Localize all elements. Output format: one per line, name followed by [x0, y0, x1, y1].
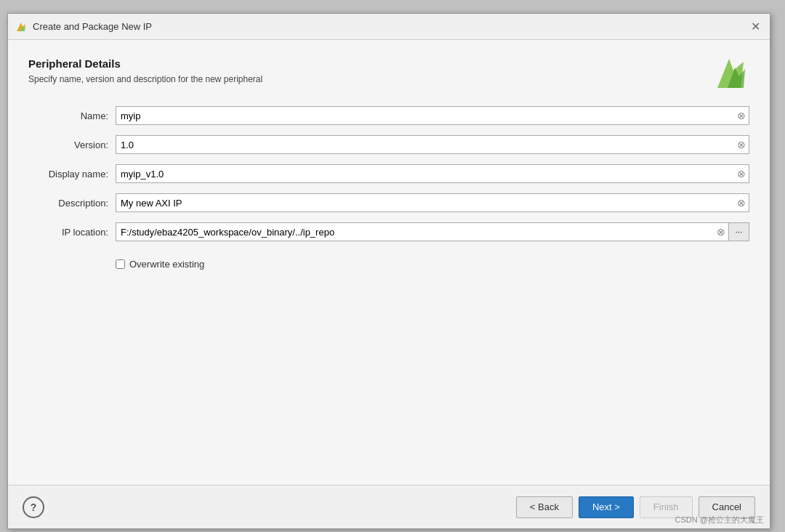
form-area: Name: ⊗ Version: ⊗ Display name: ⊗ Descr…	[28, 106, 749, 270]
close-button[interactable]: ✕	[748, 20, 762, 34]
back-button[interactable]: < Back	[516, 496, 573, 518]
version-input[interactable]	[116, 136, 734, 153]
description-input-wrapper: ⊗	[116, 193, 749, 212]
watermark-text: CSDN @抢公主的大魔王	[675, 515, 764, 525]
overwrite-checkbox[interactable]	[116, 259, 125, 269]
dialog-title: Create and Package New IP	[33, 21, 152, 32]
version-input-wrapper: ⊗	[116, 135, 749, 154]
ip-location-browse-button[interactable]: ···	[728, 223, 749, 241]
name-input[interactable]	[116, 107, 734, 124]
help-button[interactable]: ?	[23, 496, 44, 518]
title-bar-left: Create and Package New IP	[15, 21, 152, 33]
display-name-label: Display name:	[28, 169, 108, 180]
display-name-input-wrapper: ⊗	[116, 164, 749, 183]
overwrite-label[interactable]: Overwrite existing	[129, 259, 204, 270]
name-input-wrapper: ⊗	[116, 106, 749, 125]
ip-location-label: IP location:	[28, 227, 108, 238]
ip-location-input[interactable]	[116, 223, 714, 241]
ip-location-input-wrapper: ⊗ ···	[116, 222, 749, 241]
dialog-window: Create and Package New IP ✕ Peripheral D…	[7, 13, 770, 529]
footer-left: ?	[23, 496, 44, 518]
name-label: Name:	[28, 110, 108, 121]
section-title: Peripheral Details	[28, 57, 749, 70]
dialog-body: Peripheral Details Specify name, version…	[8, 40, 770, 485]
version-label: Version:	[28, 140, 108, 150]
name-clear-button[interactable]: ⊗	[734, 108, 749, 123]
section-subtitle: Specify name, version and description fo…	[28, 74, 749, 84]
ip-location-clear-button[interactable]: ⊗	[714, 225, 728, 239]
dialog-footer: ? < Back Next > Finish Cancel	[8, 485, 770, 528]
next-button[interactable]: Next >	[579, 496, 634, 518]
display-name-clear-button[interactable]: ⊗	[734, 166, 749, 181]
description-label: Description:	[28, 198, 108, 209]
title-bar: Create and Package New IP ✕	[8, 14, 770, 40]
vivado-logo	[714, 56, 749, 91]
version-clear-button[interactable]: ⊗	[734, 137, 749, 152]
display-name-input[interactable]	[116, 165, 734, 182]
vivado-title-icon	[15, 21, 27, 33]
overwrite-checkbox-row: Overwrite existing	[116, 259, 749, 270]
description-input[interactable]	[116, 194, 734, 211]
description-clear-button[interactable]: ⊗	[734, 196, 749, 210]
